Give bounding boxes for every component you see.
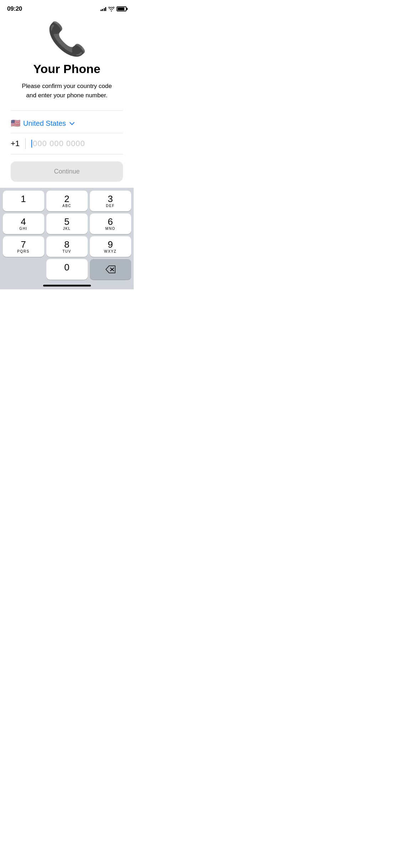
key-6-letters: MNO xyxy=(106,227,115,231)
home-indicator xyxy=(1,282,132,288)
keyboard-row-3: 7 PQRS 8 TUV 9 WXYZ xyxy=(1,236,132,257)
key-0-number: 0 xyxy=(64,263,69,272)
key-7-number: 7 xyxy=(21,240,26,249)
status-bar: 09:20 xyxy=(0,0,134,16)
key-4[interactable]: 4 GHI xyxy=(3,213,44,234)
key-6-number: 6 xyxy=(108,217,113,226)
key-4-number: 4 xyxy=(21,217,26,226)
country-flag: 🇺🇸 xyxy=(11,119,20,128)
key-8-letters: TUV xyxy=(62,249,71,253)
key-3-number: 3 xyxy=(108,194,113,203)
keyboard-row-1: 1 2 ABC 3 DEF xyxy=(1,191,132,211)
key-4-letters: GHI xyxy=(19,227,27,231)
main-content: 📞 Your Phone Please confirm your country… xyxy=(0,16,134,182)
key-8[interactable]: 8 TUV xyxy=(46,236,88,257)
key-5-letters: JKL xyxy=(63,227,71,231)
backspace-key[interactable] xyxy=(90,259,131,280)
backspace-icon xyxy=(106,265,115,273)
status-time: 09:20 xyxy=(7,5,22,12)
key-2-letters: ABC xyxy=(62,204,71,208)
key-2-number: 2 xyxy=(64,194,69,203)
key-7[interactable]: 7 PQRS xyxy=(3,236,44,257)
key-3-letters: DEF xyxy=(106,204,115,208)
status-icons xyxy=(101,6,127,11)
key-1[interactable]: 1 xyxy=(3,191,44,211)
phone-placeholder: 000 000 0000 xyxy=(33,139,85,148)
phone-input-row: +1 000 000 0000 xyxy=(11,133,123,154)
key-0[interactable]: 0 xyxy=(46,259,88,280)
country-name: United States xyxy=(23,119,66,128)
key-9-letters: WXYZ xyxy=(104,249,117,253)
key-5-number: 5 xyxy=(64,217,69,226)
keyboard-row-4: 0 xyxy=(1,259,132,280)
key-0-letters xyxy=(66,272,67,276)
form-area: 🇺🇸 United States +1 000 000 0000 Continu… xyxy=(11,110,123,182)
wifi-icon xyxy=(108,7,114,11)
key-7-letters: PQRS xyxy=(17,249,29,253)
chevron-down-icon xyxy=(70,120,74,125)
key-8-number: 8 xyxy=(64,240,69,249)
vertical-divider xyxy=(25,138,26,149)
key-3[interactable]: 3 DEF xyxy=(90,191,131,211)
key-2[interactable]: 2 ABC xyxy=(46,191,88,211)
battery-icon xyxy=(117,6,127,11)
page-title: Your Phone xyxy=(33,62,100,76)
key-6[interactable]: 6 MNO xyxy=(90,213,131,234)
continue-button[interactable]: Continue xyxy=(11,161,123,182)
key-1-number: 1 xyxy=(21,194,26,203)
top-divider xyxy=(11,110,123,111)
phone-emoji: 📞 xyxy=(47,23,87,55)
input-divider xyxy=(11,154,123,154)
signal-icon xyxy=(101,7,107,11)
keyboard: 1 2 ABC 3 DEF 4 GHI 5 JKL 6 MNO 7 PQRS xyxy=(0,188,134,289)
text-cursor xyxy=(31,140,32,148)
key-1-letters xyxy=(22,204,24,208)
keyboard-row-2: 4 GHI 5 JKL 6 MNO xyxy=(1,213,132,234)
key-9[interactable]: 9 WXYZ xyxy=(90,236,131,257)
key-empty xyxy=(3,259,44,280)
page-subtitle: Please confirm your country codeand ente… xyxy=(22,82,112,100)
home-bar xyxy=(43,285,91,286)
country-selector[interactable]: 🇺🇸 United States xyxy=(11,115,123,131)
country-code: +1 xyxy=(11,139,20,148)
key-9-number: 9 xyxy=(108,240,113,249)
key-5[interactable]: 5 JKL xyxy=(46,213,88,234)
